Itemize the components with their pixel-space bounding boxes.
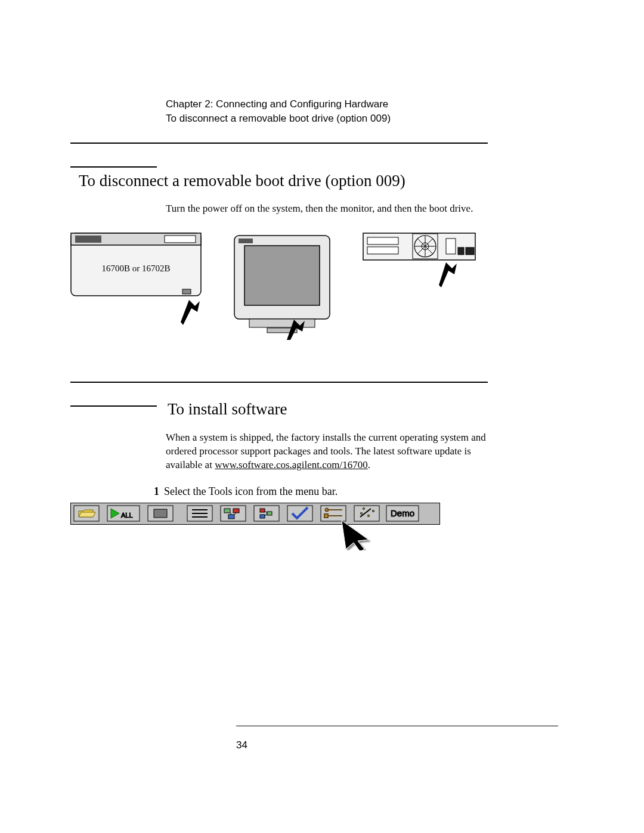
figure-row: 16700B or 16702B	[70, 233, 488, 340]
svg-rect-42	[324, 514, 328, 518]
step-number: 1	[154, 485, 159, 497]
boot-drive-figure	[363, 233, 476, 298]
toolbar-demo-label: Demo	[391, 508, 414, 518]
svg-point-47	[361, 512, 363, 514]
step-text: Select the Tools icon from the menu bar.	[164, 485, 338, 497]
svg-rect-20	[446, 239, 456, 254]
section-body: When a system is shipped, the factory in…	[166, 431, 488, 472]
svg-point-45	[373, 510, 374, 512]
svg-rect-31	[228, 515, 234, 519]
svg-rect-30	[233, 509, 239, 513]
svg-rect-4	[182, 289, 191, 294]
page-number: 34	[236, 739, 247, 751]
svg-rect-25	[154, 509, 167, 518]
body-text-post: .	[368, 459, 370, 470]
svg-rect-21	[458, 247, 464, 255]
svg-rect-22	[466, 247, 474, 255]
svg-rect-36	[267, 512, 272, 515]
toolbar-wizard-button[interactable]	[354, 506, 379, 521]
cursor-icon	[342, 521, 369, 550]
section-subtitle: To disconnect a removable boot drive (op…	[166, 113, 488, 125]
svg-rect-35	[260, 515, 265, 518]
svg-rect-3	[165, 236, 196, 243]
svg-rect-34	[260, 509, 265, 512]
monitor-figure	[231, 233, 333, 340]
instrument-chassis-figure: 16700B or 16702B	[70, 233, 202, 334]
section-install: To install software When a system is shi…	[70, 400, 488, 550]
horizontal-rule	[70, 143, 488, 144]
section-disconnect: To disconnect a removable boot drive (op…	[70, 160, 488, 340]
section-rule	[70, 405, 157, 407]
footer-rule	[236, 726, 558, 726]
svg-point-40	[326, 508, 329, 511]
step-line: 1Select the Tools icon from the menu bar…	[154, 485, 488, 498]
section-title: To disconnect a removable boot drive (op…	[79, 171, 405, 190]
horizontal-rule	[70, 382, 488, 383]
toolbar-check-button[interactable]	[287, 506, 312, 521]
svg-rect-11	[367, 237, 398, 244]
svg-point-46	[368, 515, 370, 516]
svg-rect-7	[239, 239, 253, 243]
chapter-label: Chapter 2: Connecting and Configuring Ha…	[166, 98, 488, 110]
device-label: 16700B or 16702B	[101, 264, 170, 273]
svg-rect-8	[249, 319, 315, 327]
svg-rect-12	[367, 247, 398, 254]
svg-point-44	[363, 507, 365, 509]
svg-rect-6	[244, 246, 320, 305]
pointer-arrow-icon	[439, 262, 457, 287]
section-body: Turn the power off on the system, then t…	[166, 202, 488, 216]
software-link[interactable]: www.software.cos.agilent.com/16700	[215, 459, 368, 470]
section-title: To install software	[168, 400, 287, 419]
toolbar-figure: ALL	[70, 503, 488, 550]
pointer-arrow-icon	[181, 300, 200, 325]
toolbar-all-label: ALL	[121, 512, 133, 519]
svg-rect-29	[224, 509, 230, 513]
svg-rect-2	[75, 236, 101, 243]
running-header: Chapter 2: Connecting and Configuring Ha…	[166, 98, 488, 125]
toolbar-module-button[interactable]	[254, 506, 279, 521]
section-rule	[70, 166, 157, 168]
